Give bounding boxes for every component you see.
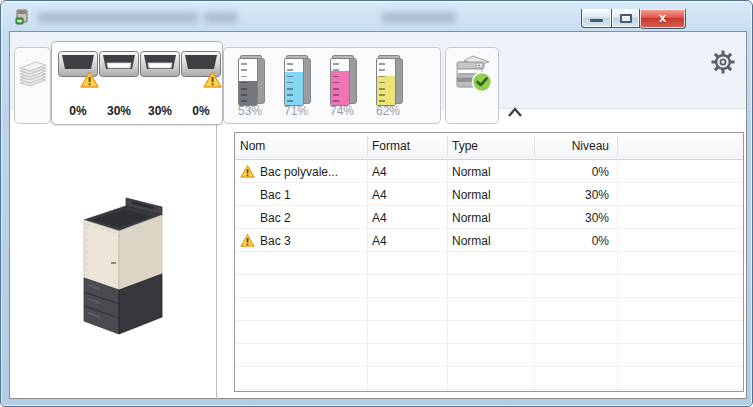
warning-icon: [203, 71, 222, 88]
tray-name: Bac 2: [240, 211, 291, 225]
tray-name: Bac 3: [258, 234, 291, 248]
header-separator: [534, 136, 535, 156]
cell-niveau: 30%: [534, 183, 617, 206]
tray-level-labels: 0% 30% 30% 0%: [58, 104, 221, 118]
tab-toner[interactable]: 53% 71% 74% 62%: [223, 47, 441, 124]
aero-window-frame: x: [0, 0, 753, 407]
cell-niveau: 0%: [534, 229, 617, 252]
cell-nom: Bac 2: [235, 206, 367, 229]
toner-level-labels: 53% 71% 74% 62%: [224, 104, 440, 118]
table-row[interactable]: Bac 2 A4 Normal 30%: [235, 206, 743, 229]
tray-icon-3: [181, 50, 221, 84]
tray-icon-mp: [58, 50, 98, 84]
cell-format: A4: [367, 229, 447, 252]
minimize-icon: [590, 19, 603, 22]
toner-cyan-icon: [284, 55, 311, 107]
tray-icon-1: [99, 50, 139, 84]
toner-black-icon: [238, 55, 265, 107]
close-button[interactable]: x: [640, 9, 686, 29]
table-header: Nom Format Type Niveau: [235, 133, 743, 160]
tray-name: Bac 1: [240, 188, 291, 202]
app-printer-icon: [14, 8, 32, 25]
tray-level: 30%: [99, 104, 139, 118]
cell-format: A4: [367, 160, 447, 183]
redacted-title-text: [382, 12, 456, 23]
tab-printer-status[interactable]: [445, 47, 499, 124]
table-body: Bac polyvale... A4 Normal 0% Bac 1 A4 No…: [235, 160, 743, 391]
table-row[interactable]: Bac 3 A4 Normal 0%: [235, 229, 743, 252]
cell-type: Normal: [447, 160, 534, 183]
cell-format: A4: [367, 183, 447, 206]
panel-divider: [216, 110, 217, 400]
tray-level: 30%: [140, 104, 180, 118]
paper-stack-icon: [16, 56, 50, 100]
column-header-type[interactable]: Type: [447, 133, 534, 159]
printer-status-ok-icon: [451, 54, 495, 96]
printer-3d-image: [62, 190, 182, 350]
redacted-title-text: [38, 12, 198, 23]
header-separator: [447, 136, 448, 156]
toner-yellow-icon: [376, 55, 403, 107]
warning-icon: [80, 71, 99, 88]
close-icon: x: [640, 10, 685, 25]
toner-level: 71%: [273, 104, 319, 118]
cell-format: A4: [367, 206, 447, 229]
column-header-nom[interactable]: Nom: [235, 133, 367, 159]
cell-type: Normal: [447, 183, 534, 206]
tray-level: 0%: [181, 104, 221, 118]
cell-nom: Bac polyvale...: [235, 160, 367, 183]
window-controls: x: [581, 9, 686, 29]
toner-icon-row: [238, 55, 403, 107]
toner-level: 62%: [365, 104, 411, 118]
gear-icon: [710, 49, 736, 75]
content-area: 0% 30% 30% 0%: [9, 31, 747, 399]
toner-level: 53%: [227, 104, 273, 118]
tray-status-table: Nom Format Type Niveau: [234, 132, 744, 392]
column-header-format[interactable]: Format: [367, 133, 447, 159]
redacted-title-text: [204, 12, 238, 23]
collapse-toolbar-button[interactable]: [506, 105, 524, 121]
title-bar[interactable]: x: [1, 1, 752, 31]
chevron-up-icon: [506, 105, 524, 121]
cell-nom: Bac 1: [235, 183, 367, 206]
table-row[interactable]: Bac 1 A4 Normal 30%: [235, 183, 743, 206]
warning-icon: [240, 165, 255, 178]
cell-niveau: 30%: [534, 206, 617, 229]
header-separator: [617, 136, 618, 156]
cell-type: Normal: [447, 229, 534, 252]
cell-niveau: 0%: [534, 160, 617, 183]
tray-name: Bac polyvale...: [258, 165, 338, 179]
cell-nom: Bac 3: [235, 229, 367, 252]
minimize-button[interactable]: [581, 9, 611, 28]
cell-type: Normal: [447, 206, 534, 229]
toner-magenta-icon: [330, 55, 357, 107]
tray-icon-row: [58, 50, 221, 84]
maximize-button[interactable]: [611, 9, 640, 28]
column-header-niveau[interactable]: Niveau: [534, 133, 617, 159]
settings-button[interactable]: [710, 49, 736, 75]
header-separator: [367, 136, 368, 156]
toner-level: 74%: [319, 104, 365, 118]
tab-paper-trays[interactable]: 0% 30% 30% 0%: [51, 41, 223, 125]
maximize-icon: [620, 14, 632, 23]
status-monitor-window: x: [0, 0, 753, 407]
tray-level: 0%: [58, 104, 98, 118]
tray-icon-2: [140, 50, 180, 84]
warning-icon: [240, 234, 255, 247]
table-row[interactable]: Bac polyvale... A4 Normal 0%: [235, 160, 743, 183]
tab-paper-stack[interactable]: [14, 47, 51, 124]
